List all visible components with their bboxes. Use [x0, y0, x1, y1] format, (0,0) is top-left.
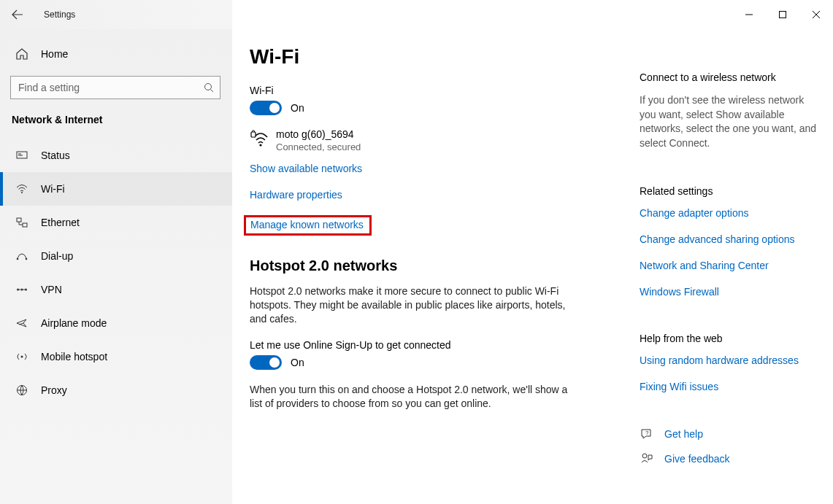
status-icon [13, 149, 31, 162]
hotspot-toggle-state: On [291, 357, 304, 368]
sidebar: Home Network & Internet Status Wi-Fi Eth… [0, 29, 232, 504]
svg-rect-0 [780, 12, 786, 18]
home-icon [13, 47, 31, 61]
related-heading: Related settings [640, 185, 826, 197]
feedback-row[interactable]: Give feedback [640, 452, 826, 465]
svg-point-8 [17, 289, 19, 291]
feedback-icon [640, 452, 654, 465]
highlight-box: Manage known networks [244, 215, 372, 236]
close-button[interactable] [799, 0, 833, 29]
maximize-icon [779, 11, 786, 18]
manage-known-networks-link[interactable]: Manage known networks [250, 219, 364, 230]
svg-point-16 [642, 454, 647, 458]
sidebar-item-label: Wi-Fi [31, 183, 65, 195]
sidebar-item-label: Ethernet [31, 217, 80, 228]
ssid-label: moto g(60)_5694 [276, 128, 361, 140]
related-link[interactable]: Network and Sharing Center [640, 260, 769, 271]
hardware-properties-link[interactable]: Hardware properties [250, 189, 342, 201]
related-link[interactable]: Windows Firewall [640, 286, 719, 298]
svg-point-11 [21, 356, 23, 358]
sidebar-item-label: Status [31, 150, 70, 161]
sidebar-item-ethernet[interactable]: Ethernet [0, 206, 232, 239]
dialup-icon [13, 249, 31, 263]
window-title: Settings [35, 9, 75, 20]
wifi-icon [13, 182, 31, 195]
page-title: Wi-Fi [250, 45, 615, 69]
connection-status: Connected, secured [276, 141, 361, 152]
vpn-icon [13, 283, 31, 296]
show-available-link[interactable]: Show available networks [250, 163, 362, 174]
sidebar-item-hotspot[interactable]: Mobile hotspot [0, 340, 232, 373]
ethernet-icon [13, 216, 31, 229]
wifi-toggle[interactable] [250, 101, 282, 115]
sidebar-item-airplane[interactable]: Airplane mode [0, 306, 232, 340]
svg-point-13 [259, 144, 261, 146]
close-icon [813, 11, 820, 18]
help-icon: ? [640, 427, 654, 441]
sidebar-home-label: Home [31, 48, 68, 60]
minimize-icon [745, 11, 753, 18]
svg-rect-14 [251, 132, 256, 137]
svg-point-3 [21, 192, 23, 193]
svg-rect-5 [23, 223, 27, 227]
related-link[interactable]: Change advanced sharing options [640, 233, 795, 245]
search-icon [204, 82, 214, 93]
sidebar-item-status[interactable]: Status [0, 139, 232, 172]
svg-point-10 [25, 289, 27, 291]
wifi-secured-icon [250, 128, 276, 149]
hotspot-icon [13, 350, 31, 363]
sidebar-item-dialup[interactable]: Dial-up [0, 239, 232, 273]
get-help-link[interactable]: Get help [664, 428, 703, 440]
wifi-toggle-state: On [291, 102, 304, 114]
title-bar: Settings [0, 0, 833, 29]
feedback-link[interactable]: Give feedback [664, 453, 730, 465]
wifi-label: Wi-Fi [250, 85, 615, 96]
sidebar-item-label: Dial-up [31, 250, 73, 262]
connect-heading: Connect to a wireless network [640, 71, 826, 83]
help-link[interactable]: Using random hardware addresses [640, 354, 799, 366]
hotspot-desc: Hotspot 2.0 networks make it more secure… [250, 284, 571, 326]
help-link[interactable]: Fixing Wifi issues [640, 381, 718, 392]
svg-rect-4 [17, 218, 21, 222]
svg-point-7 [26, 258, 28, 260]
window-controls [732, 0, 833, 29]
arrow-left-icon [12, 9, 23, 20]
svg-point-9 [21, 289, 23, 291]
main-content: Wi-Fi Wi-Fi On moto g(60)_5694 Connected… [232, 29, 833, 504]
proxy-icon [13, 384, 31, 397]
hotspot-toggle[interactable] [250, 355, 282, 370]
sidebar-item-proxy[interactable]: Proxy [0, 373, 232, 407]
airplane-icon [13, 317, 31, 330]
sidebar-item-wifi[interactable]: Wi-Fi [0, 172, 232, 206]
get-help-row[interactable]: ? Get help [640, 427, 826, 441]
help-heading: Help from the web [640, 333, 826, 344]
search-input[interactable] [17, 81, 204, 94]
hotspot-toggle-label: Let me use Online Sign-Up to get connect… [250, 339, 615, 351]
maximize-button[interactable] [766, 0, 799, 29]
svg-text:?: ? [645, 430, 649, 436]
related-link[interactable]: Change adapter options [640, 207, 748, 219]
hotspot-desc2: When you turn this on and choose a Hotsp… [250, 383, 571, 411]
svg-point-1 [205, 84, 212, 90]
sidebar-item-label: VPN [31, 284, 62, 295]
sidebar-item-label: Mobile hotspot [31, 351, 107, 363]
back-button[interactable] [0, 0, 35, 29]
hotspot-heading: Hotspot 2.0 networks [250, 257, 615, 274]
sidebar-home[interactable]: Home [0, 38, 232, 70]
sidebar-item-vpn[interactable]: VPN [0, 273, 232, 306]
minimize-button[interactable] [732, 0, 766, 29]
sidebar-item-label: Airplane mode [31, 317, 107, 329]
search-box[interactable] [10, 76, 220, 99]
svg-point-6 [17, 258, 19, 260]
current-network[interactable]: moto g(60)_5694 Connected, secured [250, 128, 615, 152]
sidebar-item-label: Proxy [31, 384, 67, 396]
category-heading: Network & Internet [0, 111, 232, 139]
connect-text: If you don't see the wireless network yo… [640, 93, 822, 150]
